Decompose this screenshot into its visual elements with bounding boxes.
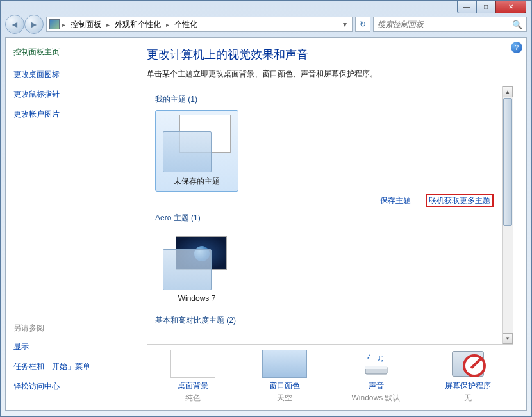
titlebar-buttons: — □ ✕ xyxy=(457,1,526,13)
theme-thumb-icon xyxy=(163,233,231,290)
maximize-button[interactable]: □ xyxy=(476,1,495,13)
themes-list: ▲ ▼ 我的主题 (1) 未保存的主题 保存主题 联机获取更多主题 Aer xyxy=(147,86,513,345)
search-box: 🔍 xyxy=(373,17,527,32)
breadcrumb[interactable]: ▸ 控制面板 ▸ 外观和个性化 ▸ 个性化 ▾ xyxy=(46,17,353,32)
theme-actions: 保存主题 联机获取更多主题 xyxy=(155,195,505,206)
option-value: Windows 默认 xyxy=(351,393,400,404)
page-subtitle: 单击某个主题立即更改桌面背景、窗口颜色、声音和屏幕保护程序。 xyxy=(147,69,513,79)
svg-text:♫: ♫ xyxy=(377,352,385,363)
window-color-option[interactable]: 窗口颜色 天空 xyxy=(246,350,323,404)
option-label: 声音 xyxy=(369,380,384,391)
close-button[interactable]: ✕ xyxy=(495,1,526,13)
sidebar-link-account-picture[interactable]: 更改帐户图片 xyxy=(13,109,126,120)
svg-text:♪: ♪ xyxy=(367,350,371,361)
control-panel-icon xyxy=(49,19,60,29)
sound-option[interactable]: ♪ ♫ 声音 Windows 默认 xyxy=(338,350,415,404)
search-icon[interactable]: 🔍 xyxy=(512,20,522,29)
option-value: 纯色 xyxy=(185,393,201,404)
scroll-down-icon[interactable]: ▼ xyxy=(503,333,513,344)
scroll-thumb[interactable] xyxy=(503,98,512,226)
theme-label: 未保存的主题 xyxy=(174,176,220,187)
group-aero-themes: Aero 主题 (1) xyxy=(155,213,505,224)
sidebar-link-ease-of-access[interactable]: 轻松访问中心 xyxy=(13,381,126,392)
window-color-icon xyxy=(262,350,307,378)
save-theme-link[interactable]: 保存主题 xyxy=(380,196,411,205)
group-basic-themes: 基本和高对比度主题 (2) xyxy=(155,315,505,326)
theme-thumb-icon xyxy=(163,115,231,172)
sidebar-link-display[interactable]: 显示 xyxy=(13,341,126,352)
screensaver-option[interactable]: 屏幕保护程序 无 xyxy=(429,350,506,404)
help-icon[interactable]: ? xyxy=(511,42,522,53)
nav-forward-button[interactable]: ► xyxy=(24,15,44,34)
search-input[interactable] xyxy=(378,20,512,29)
breadcrumb-item[interactable]: 外观和个性化 xyxy=(112,18,163,31)
breadcrumb-item[interactable]: 控制面板 xyxy=(68,18,104,31)
content-area: ? 控制面板主页 更改桌面图标 更改鼠标指针 更改帐户图片 另请参阅 显示 任务… xyxy=(5,37,527,411)
sidebar-home[interactable]: 控制面板主页 xyxy=(13,47,126,58)
option-label: 屏幕保护程序 xyxy=(445,380,491,391)
svg-rect-3 xyxy=(365,366,387,369)
option-label: 窗口颜色 xyxy=(269,380,300,391)
scroll-up-icon[interactable]: ▲ xyxy=(503,86,513,97)
theme-item-windows7[interactable]: Windows 7 xyxy=(155,229,238,307)
nav-back-button[interactable]: ◄ xyxy=(5,15,24,34)
personalization-options: 桌面背景 纯色 窗口颜色 天空 ♪ ♫ xyxy=(147,345,513,404)
chevron-right-icon: ▸ xyxy=(105,21,111,28)
page-title: 更改计算机上的视觉效果和声音 xyxy=(147,47,513,62)
screensaver-icon xyxy=(445,350,490,378)
chevron-right-icon: ▸ xyxy=(165,21,170,28)
sidebar-link-mouse-pointers[interactable]: 更改鼠标指针 xyxy=(13,89,126,100)
see-also-label: 另请参阅 xyxy=(13,323,126,334)
sidebar-link-taskbar[interactable]: 任务栏和「开始」菜单 xyxy=(13,361,126,372)
theme-item-unsaved[interactable]: 未保存的主题 xyxy=(155,110,238,192)
refresh-button[interactable]: ↻ xyxy=(355,17,370,32)
breadcrumb-item[interactable]: 个性化 xyxy=(172,18,200,31)
chevron-right-icon: ▸ xyxy=(61,21,67,28)
window: — □ ✕ ◄ ► ▸ 控制面板 ▸ 外观和个性化 ▸ 个性化 ▾ ↻ 🔍 ? … xyxy=(0,0,532,417)
option-value: 天空 xyxy=(277,393,292,404)
theme-label: Windows 7 xyxy=(178,294,216,303)
minimize-button[interactable]: — xyxy=(457,1,476,13)
get-more-themes-link[interactable]: 联机获取更多主题 xyxy=(426,194,494,207)
breadcrumb-dropdown[interactable]: ▾ xyxy=(340,20,349,29)
address-bar: ◄ ► ▸ 控制面板 ▸ 外观和个性化 ▸ 个性化 ▾ ↻ 🔍 xyxy=(5,14,527,35)
sidebar-link-desktop-icons[interactable]: 更改桌面图标 xyxy=(13,69,126,80)
group-my-themes: 我的主题 (1) xyxy=(155,94,505,105)
desktop-background-icon xyxy=(170,350,215,378)
sound-icon: ♪ ♫ xyxy=(354,350,399,378)
option-value: 无 xyxy=(464,393,472,404)
option-label: 桌面背景 xyxy=(178,380,208,391)
desktop-background-option[interactable]: 桌面背景 纯色 xyxy=(154,350,231,404)
sidebar: 控制面板主页 更改桌面图标 更改鼠标指针 更改帐户图片 另请参阅 显示 任务栏和… xyxy=(6,38,134,410)
scrollbar[interactable]: ▲ ▼ xyxy=(502,86,513,344)
main-panel: 更改计算机上的视觉效果和声音 单击某个主题立即更改桌面背景、窗口颜色、声音和屏幕… xyxy=(134,38,526,410)
